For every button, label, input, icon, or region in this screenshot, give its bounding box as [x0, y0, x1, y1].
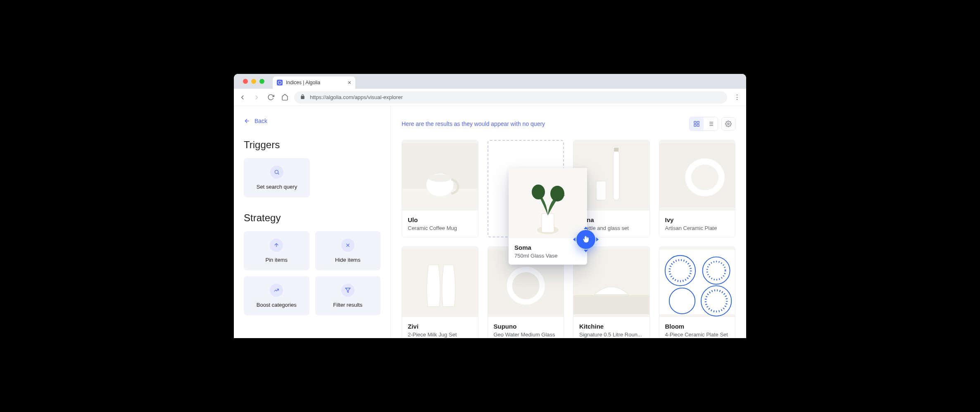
back-link[interactable]: Back — [244, 118, 381, 124]
browser-window: Indices | Algolia × https://algolia.com/… — [234, 74, 746, 338]
nav-reload-button[interactable] — [266, 93, 275, 102]
window-maximize-button[interactable] — [259, 79, 264, 84]
svg-point-43 — [550, 186, 564, 201]
dragging-product-card[interactable]: Soma 750ml Glass Vase — [509, 168, 587, 265]
trigger-card-search-query[interactable]: Set search query — [244, 158, 310, 197]
svg-rect-4 — [697, 121, 699, 123]
close-icon — [341, 239, 354, 252]
product-image — [659, 140, 735, 211]
product-subtitle: Ceramic Coffee Mug — [408, 225, 472, 231]
svg-point-42 — [532, 185, 545, 199]
svg-rect-3 — [694, 121, 696, 123]
tab-title: Indices | Algolia — [286, 80, 320, 85]
strategy-card-label: Filter results — [333, 302, 362, 308]
strategy-card-filter-results[interactable]: Filter results — [315, 276, 381, 315]
product-card[interactable]: Ulo Ceramic Coffee Mug — [402, 140, 478, 237]
chevron-down-icon — [584, 250, 588, 252]
settings-button[interactable] — [721, 117, 735, 130]
lock-icon — [300, 94, 306, 101]
product-subtitle: Artisan Ceramic Plate — [665, 225, 730, 231]
tab-close-button[interactable]: × — [348, 79, 351, 86]
product-image — [659, 247, 735, 317]
browser-menu-button[interactable]: ⋮ — [732, 93, 742, 101]
svg-rect-5 — [697, 124, 699, 126]
chevron-up-icon — [584, 227, 588, 229]
svg-point-28 — [512, 272, 539, 299]
arrow-up-icon — [270, 239, 283, 252]
product-title: Zivi — [408, 323, 472, 330]
window-controls — [239, 74, 269, 89]
app-body: Back Triggers Set search query Strategy … — [234, 106, 746, 338]
triggers-heading: Triggers — [244, 139, 381, 151]
svg-point-36 — [669, 288, 695, 314]
nav-forward-button[interactable] — [252, 93, 261, 102]
strategy-card-boost-categories[interactable]: Boost categories — [244, 276, 309, 315]
sidebar: Back Triggers Set search query Strategy … — [234, 106, 391, 338]
list-view-button[interactable] — [704, 117, 718, 130]
product-image — [402, 140, 478, 211]
browser-tab[interactable]: Indices | Algolia × — [273, 76, 355, 89]
product-card[interactable]: Zivi 2-Piece Milk Jug Set — [402, 246, 478, 338]
favicon-icon — [277, 80, 283, 85]
strategy-card-label: Pin items — [266, 257, 288, 263]
product-subtitle: Signature 0.5 Litre Roun... — [579, 331, 644, 338]
product-title: Yona — [579, 216, 644, 223]
svg-point-13 — [728, 123, 729, 125]
window-close-button[interactable] — [243, 79, 248, 84]
strategy-card-hide-items[interactable]: Hide items — [315, 231, 381, 270]
svg-rect-30 — [573, 295, 649, 314]
svg-point-24 — [691, 164, 718, 190]
grid-view-button[interactable] — [690, 117, 704, 130]
product-image — [509, 168, 587, 238]
pointer-hand-icon — [582, 236, 590, 243]
window-minimize-button[interactable] — [251, 79, 256, 84]
trend-up-icon — [270, 284, 283, 297]
address-bar[interactable]: https://algolia.com/apps/visual-explorer — [294, 91, 727, 104]
strategy-card-label: Boost categories — [257, 302, 297, 308]
chevron-right-icon — [596, 237, 599, 242]
product-title: Soma — [514, 244, 581, 251]
product-subtitle: 4-Piece Ceramic Plate Set — [665, 331, 730, 338]
product-subtitle: 750ml Glass Vase — [514, 253, 581, 259]
product-title: Bloom — [665, 323, 730, 330]
product-subtitle: Geo Water Medium Glass — [494, 331, 558, 338]
svg-rect-20 — [614, 148, 618, 152]
svg-point-17 — [428, 174, 451, 182]
svg-rect-21 — [596, 181, 606, 200]
product-title: Supuno — [494, 323, 558, 330]
main-panel: Here are the results as they would appea… — [391, 106, 746, 338]
product-card[interactable]: Ivy Artisan Ceramic Plate — [659, 140, 736, 237]
filter-icon — [341, 284, 354, 297]
svg-rect-19 — [613, 151, 619, 200]
svg-point-1 — [275, 170, 278, 173]
product-title: Kitchine — [579, 323, 644, 330]
product-card[interactable]: Bloom 4-Piece Ceramic Plate Set — [659, 246, 736, 338]
product-subtitle: 2-Piece Milk Jug Set — [408, 331, 472, 338]
svg-rect-6 — [694, 124, 696, 126]
results-hint: Here are the results as they would appea… — [402, 121, 545, 127]
strategy-card-pin-items[interactable]: Pin items — [244, 231, 309, 270]
view-mode-toggle — [689, 117, 718, 131]
strategy-card-label: Hide items — [335, 257, 360, 263]
svg-rect-41 — [542, 213, 554, 232]
trigger-card-label: Set search query — [257, 184, 297, 190]
tab-bar: Indices | Algolia × — [234, 74, 746, 89]
url-text: https://algolia.com/apps/visual-explorer — [310, 94, 403, 100]
nav-home-button[interactable] — [280, 93, 289, 102]
drag-handle[interactable] — [576, 230, 595, 249]
svg-marker-2 — [345, 288, 350, 293]
browser-toolbar: https://algolia.com/apps/visual-explorer… — [234, 89, 746, 106]
product-title: Ivy — [665, 216, 730, 223]
product-image — [402, 247, 478, 317]
search-icon — [270, 166, 283, 179]
back-link-label: Back — [255, 118, 267, 124]
svg-point-0 — [278, 81, 281, 84]
chevron-left-icon — [573, 237, 576, 242]
product-title: Ulo — [408, 216, 472, 223]
strategy-heading: Strategy — [244, 212, 381, 224]
nav-back-button[interactable] — [238, 93, 247, 102]
